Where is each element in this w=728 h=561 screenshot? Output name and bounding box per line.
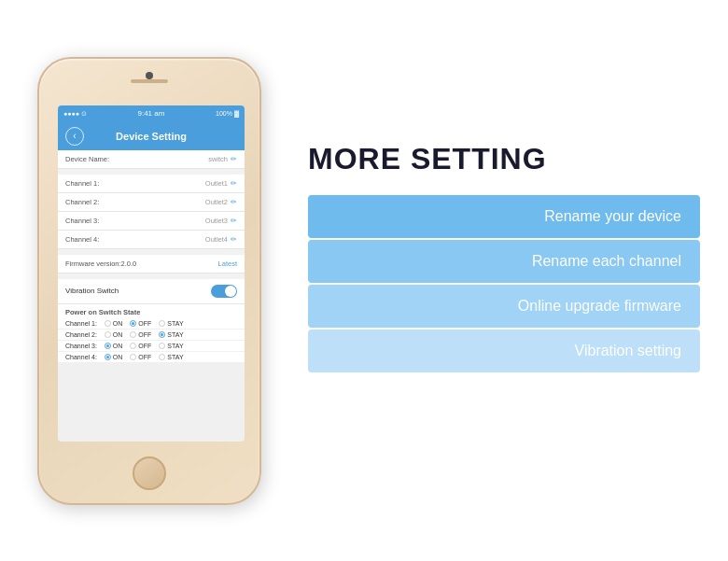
radio-ch4-off: [130, 354, 136, 360]
vibration-label: Vibration Switch: [65, 287, 119, 295]
radio-ch3-on: [105, 343, 111, 349]
firmware-row: Firmware version:2.0.0 Latest: [58, 255, 245, 273]
status-bar: ●●●● ⊙ 9:41 am 100% ▓: [58, 105, 245, 122]
toggle-knob: [225, 286, 236, 297]
home-button[interactable]: [133, 456, 166, 490]
feature-rename-channel: Rename each channel: [308, 240, 700, 283]
radio-ch2-stay: [159, 331, 165, 338]
power-ch4-label: Channel 4:: [65, 354, 97, 360]
edit-icon-ch1[interactable]: ✏: [231, 179, 237, 188]
info-panel: MORE SETTING Rename your device Rename e…: [308, 142, 700, 419]
feature-power-on: Power on setting: [308, 374, 700, 417]
back-icon: ‹: [73, 131, 76, 141]
status-left: ●●●● ⊙: [63, 110, 87, 118]
status-right: 100% ▓: [216, 110, 239, 117]
back-button[interactable]: ‹: [65, 127, 84, 146]
screen-body: Device Name: switch ✏ Channel 1: Outlet1…: [58, 150, 245, 363]
channel-1-row: Channel 1: Outlet1 ✏: [58, 175, 245, 193]
signal-icon: ●●●● ⊙: [63, 110, 87, 118]
feature-rename-device-label: Rename your device: [544, 208, 681, 225]
power-ch4-on[interactable]: ON: [105, 354, 123, 360]
feature-vibration: Vibration setting: [308, 330, 700, 372]
battery-text: 100%: [216, 110, 232, 117]
edit-icon-ch4[interactable]: ✏: [231, 235, 237, 244]
channel-1-label: Channel 1:: [65, 179, 99, 188]
phone-mockup: ●●●● ⊙ 9:41 am 100% ▓ ‹ Device Setting: [28, 57, 271, 505]
radio-ch2-on: [105, 331, 111, 338]
radio-ch3-off: [130, 343, 136, 349]
feature-rename-device: Rename your device: [308, 195, 700, 238]
power-ch3-label: Channel 3:: [65, 343, 97, 349]
power-ch1-stay[interactable]: STAY: [159, 320, 183, 327]
radio-ch1-on: [105, 320, 111, 327]
power-ch4-off[interactable]: OFF: [130, 354, 151, 360]
power-ch2-label: Channel 2:: [65, 331, 97, 338]
radio-ch1-stay: [159, 320, 165, 327]
radio-ch3-stay: [159, 343, 165, 349]
device-name-row: Device Name: switch ✏: [58, 150, 245, 169]
channel-4-row: Channel 4: Outlet4 ✏: [58, 231, 245, 249]
channel-4-value: Outlet4 ✏: [205, 235, 237, 244]
status-time: 9:41 am: [137, 109, 164, 118]
power-ch3-off[interactable]: OFF: [130, 343, 151, 349]
radio-ch4-on: [105, 354, 111, 360]
screen-header: ‹ Device Setting: [58, 122, 245, 150]
phone-body: ●●●● ⊙ 9:41 am 100% ▓ ‹ Device Setting: [37, 57, 261, 505]
page-title: MORE SETTING: [308, 142, 700, 176]
power-ch1-row: Channel 1: ON OFF STAY: [58, 318, 245, 330]
device-name-value: switch ✏: [208, 155, 237, 163]
power-ch2-row: Channel 2: ON OFF STAY: [58, 330, 245, 341]
power-ch3-row: Channel 3: ON OFF STAY: [58, 341, 245, 352]
power-ch2-on[interactable]: ON: [105, 331, 123, 338]
power-ch2-stay[interactable]: STAY: [159, 331, 183, 338]
vibration-toggle[interactable]: [211, 285, 237, 298]
power-ch1-label: Channel 1:: [65, 320, 97, 327]
feature-vibration-label: Vibration setting: [575, 343, 681, 359]
radio-ch1-off: [130, 320, 136, 327]
firmware-label: Firmware version:2.0.0: [65, 259, 136, 268]
power-ch2-off[interactable]: OFF: [130, 331, 151, 338]
feature-rename-channel-label: Rename each channel: [532, 253, 681, 270]
edit-icon-device[interactable]: ✏: [231, 155, 237, 163]
power-ch1-off[interactable]: OFF: [130, 320, 151, 327]
phone-screen: ●●●● ⊙ 9:41 am 100% ▓ ‹ Device Setting: [58, 105, 245, 442]
edit-icon-ch2[interactable]: ✏: [231, 198, 237, 206]
power-ch4-row: Channel 4: ON OFF STAY: [58, 352, 245, 363]
device-name-label: Device Name:: [65, 155, 109, 163]
feature-power-on-label: Power on setting: [570, 387, 681, 404]
power-ch3-on[interactable]: ON: [105, 343, 123, 349]
channel-3-label: Channel 3:: [65, 217, 99, 225]
channel-4-label: Channel 4:: [65, 235, 99, 244]
phone-speaker: [131, 79, 168, 83]
phone-camera: [146, 72, 153, 79]
header-title: Device Setting: [116, 131, 187, 142]
battery-icon: ▓: [234, 110, 239, 117]
edit-icon-ch3[interactable]: ✏: [231, 217, 237, 225]
radio-ch2-off: [130, 331, 136, 338]
power-ch1-on[interactable]: ON: [105, 320, 123, 327]
channel-3-row: Channel 3: Outlet3 ✏: [58, 212, 245, 231]
channel-2-label: Channel 2:: [65, 198, 99, 206]
channel-3-value: Outlet3 ✏: [205, 217, 237, 225]
feature-online-upgrade-label: Online upgrade firmware: [518, 298, 681, 315]
power-ch3-stay[interactable]: STAY: [159, 343, 183, 349]
power-ch4-stay[interactable]: STAY: [159, 354, 183, 360]
power-on-header: Power on Switch State: [58, 304, 245, 318]
vibration-row: Vibration Switch: [58, 279, 245, 304]
firmware-status: Latest: [218, 259, 237, 268]
radio-ch4-stay: [159, 354, 165, 360]
channel-2-value: Outlet2 ✏: [205, 198, 237, 206]
feature-online-upgrade: Online upgrade firmware: [308, 285, 700, 328]
channel-1-value: Outlet1 ✏: [205, 179, 237, 188]
channel-2-row: Channel 2: Outlet2 ✏: [58, 193, 245, 212]
